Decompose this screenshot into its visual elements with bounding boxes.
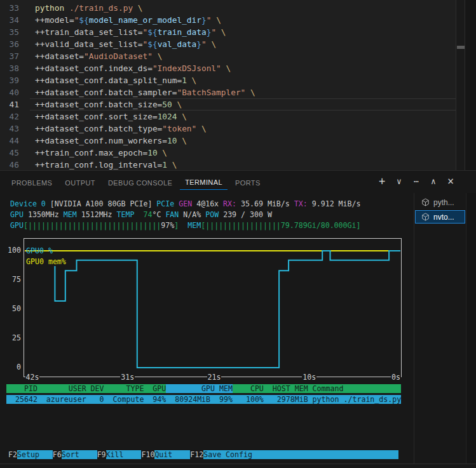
code-text: ++dataset="AudioDataset" \ bbox=[35, 50, 162, 62]
code-token: \ bbox=[182, 112, 187, 121]
terminal-text: TX: bbox=[294, 199, 308, 208]
process-table-row[interactable]: 25642 azureuser 0 Compute 94% 80924MiB 9… bbox=[6, 395, 401, 404]
maximize-panel-chevron-up-icon[interactable]: ∧ bbox=[429, 175, 438, 188]
panel-header: PROBLEMSOUTPUTDEBUG CONSOLETERMINALPORTS… bbox=[0, 171, 476, 193]
code-token: \ bbox=[158, 51, 163, 61]
code-token: ++dataset_conf.num_workers= bbox=[35, 136, 167, 145]
line-number: 33 bbox=[0, 2, 19, 14]
code-token: ${ bbox=[147, 27, 157, 37]
code-line[interactable]: 39++dataset_conf.data_split_num=1 \ bbox=[0, 74, 476, 86]
code-line[interactable]: 38++dataset_conf.index_ds="IndexDSJsonl"… bbox=[0, 62, 476, 74]
code-line[interactable]: 35++train_data_set_list="${train_data}" … bbox=[0, 26, 476, 38]
terminal-tab-pyth[interactable]: pyth... bbox=[415, 196, 465, 209]
tab-terminal[interactable]: TERMINAL bbox=[180, 174, 228, 190]
tab-ports[interactable]: PORTS bbox=[230, 175, 266, 190]
panel-bottom-border bbox=[0, 464, 476, 464]
code-token bbox=[64, 3, 69, 13]
line-number: 41 bbox=[0, 98, 19, 110]
terminal-text: |||||||||||||||||||||||||||||| bbox=[28, 221, 161, 230]
code-token: 1024 bbox=[158, 112, 177, 121]
tab-debug-console[interactable]: DEBUG CONSOLE bbox=[103, 175, 177, 190]
code-line[interactable]: 40++dataset_conf.batch_sampler="BatchSam… bbox=[0, 86, 476, 98]
code-text: ++dataset_conf.batch_type="token" \ bbox=[35, 123, 207, 135]
line-number: 34 bbox=[0, 14, 19, 26]
terminal-tabs-list: pyth...nvto... bbox=[415, 196, 465, 225]
code-token: \ bbox=[172, 160, 177, 170]
code-text: ++dataset_conf.sort_size=1024 \ bbox=[35, 110, 187, 123]
code-token bbox=[133, 3, 138, 13]
terminal-text bbox=[134, 210, 143, 219]
terminal-tab-nvto[interactable]: nvto... bbox=[415, 210, 465, 224]
code-token: 50 bbox=[162, 100, 172, 109]
terminal-text: Device 0 bbox=[10, 199, 46, 208]
code-line[interactable]: 41++dataset_conf.batch_size=50 \ bbox=[0, 98, 476, 110]
tab-problems[interactable]: PROBLEMS bbox=[6, 175, 57, 190]
code-token: \ bbox=[177, 100, 182, 109]
fkey-quit-action: Quit bbox=[154, 450, 190, 459]
line-number: 40 bbox=[0, 86, 19, 98]
terminal-text: ||||||||||||||||| bbox=[205, 221, 281, 230]
code-text: ++dataset_conf.batch_size=50 \ bbox=[35, 98, 182, 110]
code-line[interactable]: 43++dataset_conf.batch_type="token" \ bbox=[0, 123, 476, 135]
panel-actions: +∨⋯∧× bbox=[377, 175, 455, 188]
code-token: \ bbox=[162, 148, 167, 157]
code-text: ++train_conf.log_interval=1 \ bbox=[35, 159, 177, 171]
code-token: train_data bbox=[158, 27, 207, 37]
code-text: ++valid_data_set_list="${val_data}" \ bbox=[35, 38, 216, 50]
code-area[interactable]: 33python ./train_ds.py \34++model="${mod… bbox=[0, 2, 476, 171]
x-axis-tick-label: 21s bbox=[207, 373, 222, 382]
code-token: \ bbox=[182, 136, 187, 145]
terminal-text: [ bbox=[24, 221, 28, 230]
x-axis-tick-label: 42s bbox=[25, 373, 40, 382]
code-text: python ./train_ds.py \ bbox=[35, 2, 143, 14]
code-line[interactable]: 34++model="${model_name_or_model_dir}" \ bbox=[0, 14, 476, 26]
code-token: ++dataset_conf.index_ds= bbox=[35, 64, 153, 73]
close-panel-icon[interactable]: × bbox=[446, 175, 455, 188]
code-token: val_data bbox=[158, 39, 197, 49]
launch-profile-chevron-down-icon[interactable]: ∨ bbox=[395, 175, 404, 188]
code-line[interactable]: 44++dataset_conf.num_workers=10 \ bbox=[0, 135, 476, 147]
code-text: ++dataset_conf.num_workers=10 \ bbox=[35, 135, 187, 147]
line-number: 36 bbox=[0, 38, 19, 50]
new-terminal-button[interactable]: + bbox=[377, 175, 386, 188]
terminal-text: GPU bbox=[10, 221, 24, 230]
y-axis-tick-label: 100 bbox=[5, 246, 21, 255]
code-line[interactable]: 46++train_conf.log_interval=1 \ bbox=[0, 159, 476, 171]
tab-output[interactable]: OUTPUT bbox=[60, 175, 100, 190]
editor-scrollbar[interactable] bbox=[456, 0, 465, 170]
code-text: ++model="${model_name_or_model_dir}" \ bbox=[35, 14, 221, 26]
gpu-info-lines: Device 0 [NVIDIA A100 80GB PCIe] PCIe GE… bbox=[10, 199, 361, 231]
code-line[interactable]: 37++dataset="AudioDataset" \ bbox=[0, 50, 476, 62]
terminal-sidebar-scroll-gutter[interactable] bbox=[466, 193, 476, 464]
fkey-sort-action: Sort bbox=[62, 450, 97, 459]
fkey-save-config-action: Save Config bbox=[203, 450, 398, 459]
code-token bbox=[245, 88, 250, 97]
code-line[interactable]: 45++train_conf.max_epoch=10 \ bbox=[0, 147, 476, 159]
more-actions-ellipsis-icon[interactable]: ⋯ bbox=[412, 175, 421, 188]
terminal-text: 35.69 MiB/s bbox=[236, 199, 294, 208]
line-number: 46 bbox=[0, 159, 19, 171]
line-number: 42 bbox=[0, 110, 19, 123]
code-token: "IndexDSJsonl" bbox=[153, 64, 221, 73]
code-token: \ bbox=[216, 15, 221, 25]
code-text: ++dataset_conf.index_ds="IndexDSJsonl" \ bbox=[35, 62, 231, 74]
line-number: 35 bbox=[0, 26, 19, 38]
code-line[interactable]: 42++dataset_conf.sort_size=1024 \ bbox=[0, 110, 476, 123]
code-token bbox=[177, 112, 182, 121]
code-token: \ bbox=[192, 76, 197, 85]
y-axis-tick-label: 0 bbox=[5, 363, 21, 371]
code-token: 10 bbox=[147, 148, 157, 157]
code-token bbox=[177, 136, 182, 145]
cube-terminal-icon bbox=[421, 213, 430, 221]
code-text: ++dataset_conf.data_split_num=1 \ bbox=[35, 74, 196, 86]
code-text: ++dataset_conf.batch_sampler="BatchSampl… bbox=[35, 86, 255, 98]
editor-pane[interactable]: 33python ./train_ds.py \34++model="${mod… bbox=[0, 0, 476, 170]
gpu-usage-plot bbox=[24, 239, 401, 377]
code-token: ${ bbox=[79, 15, 88, 25]
editor-scrollbar-thumb[interactable] bbox=[457, 46, 465, 49]
fkey-bar: F2Setup F6Sort F9Kill F10Quit F12Save Co… bbox=[8, 450, 398, 460]
gpu-usage-chart: GPU0 %GPU0 mem% bbox=[24, 238, 402, 377]
code-line[interactable]: 36++valid_data_set_list="${val_data}" \ bbox=[0, 38, 476, 50]
chart-legend-gpu-mem: GPU0 mem% bbox=[26, 257, 66, 266]
code-line[interactable]: 33python ./train_ds.py \ bbox=[0, 2, 476, 14]
